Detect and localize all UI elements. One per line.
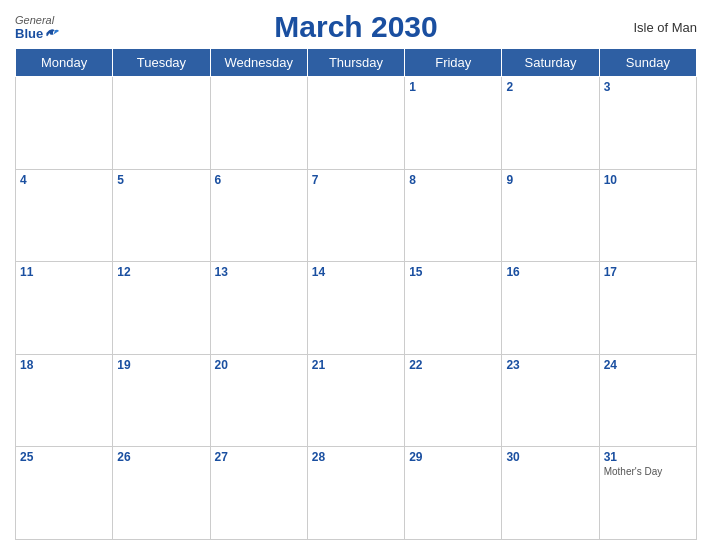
day-number: 8 [409, 173, 497, 187]
day-number: 12 [117, 265, 205, 279]
weekday-header-cell: Thursday [307, 49, 404, 77]
calendar-day-cell: 19 [113, 354, 210, 447]
day-number: 7 [312, 173, 400, 187]
logo: General Blue [15, 14, 59, 41]
calendar-day-cell: 10 [599, 169, 696, 262]
day-number: 2 [506, 80, 594, 94]
logo-general-text: General [15, 14, 54, 26]
day-number: 16 [506, 265, 594, 279]
calendar-week-row: 11121314151617 [16, 262, 697, 355]
calendar-day-cell: 14 [307, 262, 404, 355]
day-number: 14 [312, 265, 400, 279]
calendar-day-cell: 6 [210, 169, 307, 262]
page-title: March 2030 [274, 10, 437, 44]
calendar-day-cell [113, 77, 210, 170]
calendar-day-cell [16, 77, 113, 170]
calendar-week-row: 25262728293031Mother's Day [16, 447, 697, 540]
day-number: 30 [506, 450, 594, 464]
calendar-day-cell: 8 [405, 169, 502, 262]
day-event: Mother's Day [604, 466, 692, 477]
calendar-day-cell [307, 77, 404, 170]
calendar-day-cell: 25 [16, 447, 113, 540]
calendar-day-cell: 30 [502, 447, 599, 540]
day-number: 1 [409, 80, 497, 94]
calendar-week-row: 45678910 [16, 169, 697, 262]
calendar-day-cell: 26 [113, 447, 210, 540]
weekday-header-cell: Tuesday [113, 49, 210, 77]
day-number: 25 [20, 450, 108, 464]
day-number: 20 [215, 358, 303, 372]
day-number: 9 [506, 173, 594, 187]
calendar-day-cell: 9 [502, 169, 599, 262]
calendar-day-cell: 17 [599, 262, 696, 355]
calendar-day-cell: 3 [599, 77, 696, 170]
calendar-day-cell: 21 [307, 354, 404, 447]
calendar-day-cell: 22 [405, 354, 502, 447]
calendar-body: 1234567891011121314151617181920212223242… [16, 77, 697, 540]
day-number: 22 [409, 358, 497, 372]
calendar-day-cell: 11 [16, 262, 113, 355]
weekday-header-row: MondayTuesdayWednesdayThursdayFridaySatu… [16, 49, 697, 77]
day-number: 23 [506, 358, 594, 372]
day-number: 3 [604, 80, 692, 94]
calendar-header: General Blue March 2030 Isle of Man [15, 10, 697, 44]
day-number: 27 [215, 450, 303, 464]
day-number: 15 [409, 265, 497, 279]
day-number: 13 [215, 265, 303, 279]
day-number: 18 [20, 358, 108, 372]
logo-bird-icon [45, 27, 59, 39]
calendar-day-cell: 4 [16, 169, 113, 262]
weekday-header-cell: Sunday [599, 49, 696, 77]
weekday-header-cell: Saturday [502, 49, 599, 77]
day-number: 28 [312, 450, 400, 464]
weekday-header-cell: Monday [16, 49, 113, 77]
day-number: 31 [604, 450, 692, 464]
day-number: 10 [604, 173, 692, 187]
calendar-day-cell [210, 77, 307, 170]
logo-blue-text: Blue [15, 26, 59, 41]
day-number: 21 [312, 358, 400, 372]
calendar-day-cell: 13 [210, 262, 307, 355]
calendar-day-cell: 27 [210, 447, 307, 540]
calendar-table: MondayTuesdayWednesdayThursdayFridaySatu… [15, 48, 697, 540]
calendar-day-cell: 31Mother's Day [599, 447, 696, 540]
calendar-day-cell: 2 [502, 77, 599, 170]
calendar-day-cell: 29 [405, 447, 502, 540]
calendar-day-cell: 20 [210, 354, 307, 447]
calendar-day-cell: 1 [405, 77, 502, 170]
day-number: 17 [604, 265, 692, 279]
day-number: 11 [20, 265, 108, 279]
calendar-day-cell: 28 [307, 447, 404, 540]
calendar-day-cell: 18 [16, 354, 113, 447]
day-number: 19 [117, 358, 205, 372]
calendar-day-cell: 23 [502, 354, 599, 447]
day-number: 26 [117, 450, 205, 464]
calendar-day-cell: 15 [405, 262, 502, 355]
day-number: 5 [117, 173, 205, 187]
day-number: 4 [20, 173, 108, 187]
calendar-day-cell: 7 [307, 169, 404, 262]
weekday-header-cell: Wednesday [210, 49, 307, 77]
region-label: Isle of Man [633, 20, 697, 35]
calendar-day-cell: 16 [502, 262, 599, 355]
day-number: 24 [604, 358, 692, 372]
weekday-header-cell: Friday [405, 49, 502, 77]
calendar-week-row: 18192021222324 [16, 354, 697, 447]
calendar-week-row: 123 [16, 77, 697, 170]
day-number: 6 [215, 173, 303, 187]
calendar-day-cell: 24 [599, 354, 696, 447]
calendar-day-cell: 5 [113, 169, 210, 262]
calendar-day-cell: 12 [113, 262, 210, 355]
day-number: 29 [409, 450, 497, 464]
